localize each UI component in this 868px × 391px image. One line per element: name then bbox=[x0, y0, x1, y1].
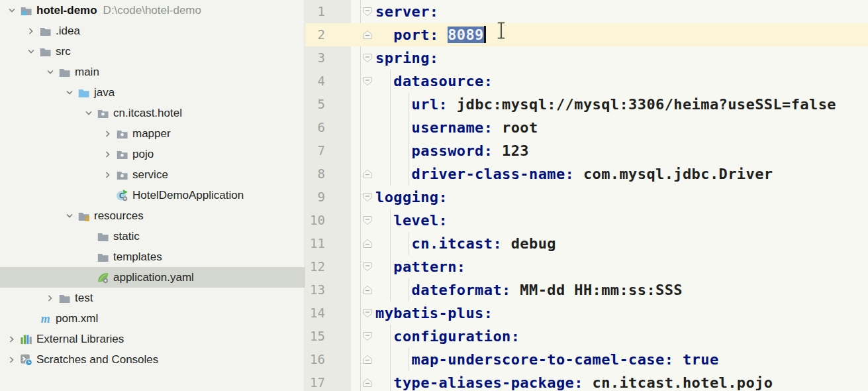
fold-marker-up-icon[interactable] bbox=[363, 169, 372, 179]
tree-item-resources[interactable]: resources bbox=[0, 205, 305, 226]
code-line-7[interactable]: 7 password: 123 bbox=[305, 139, 868, 162]
code-text[interactable]: cn.itcast: debug bbox=[375, 232, 556, 255]
line-number: 12 bbox=[305, 255, 325, 278]
code-line-6[interactable]: 6 username: root bbox=[305, 116, 868, 139]
tree-item-hotel-demo[interactable]: hotel-demoD:\code\hotel-demo bbox=[0, 0, 305, 21]
code-text[interactable]: mybatis-plus: bbox=[375, 302, 493, 325]
code-line-5[interactable]: 5 url: jdbc:mysql://mysql:3306/heima?use… bbox=[305, 93, 868, 116]
code-text[interactable]: type-aliases-package: cn.itcast.hotel.po… bbox=[375, 371, 773, 391]
code-text[interactable]: dateformat: MM-dd HH:mm:ss:SSS bbox=[375, 278, 683, 302]
tree-item-main[interactable]: main bbox=[0, 62, 305, 82]
tree-item-templates[interactable]: templates bbox=[0, 247, 305, 267]
chevron-collapsed-icon[interactable] bbox=[44, 292, 57, 304]
code-line-11[interactable]: 11 cn.itcast: debug bbox=[305, 232, 868, 255]
line-number: 6 bbox=[305, 116, 325, 139]
ide-window: hotel-demoD:\code\hotel-demo.ideasrcmain… bbox=[0, 0, 868, 391]
code-text[interactable]: spring: bbox=[375, 46, 439, 70]
fold-marker-down-icon[interactable] bbox=[363, 215, 372, 225]
chevron-expanded-icon[interactable] bbox=[63, 87, 76, 99]
line-number: 9 bbox=[305, 186, 325, 209]
code-text[interactable]: configuration: bbox=[375, 325, 520, 348]
code-text[interactable]: password: 123 bbox=[375, 139, 529, 162]
code-line-16[interactable]: 16 map-underscore-to-camel-case: true bbox=[305, 348, 868, 371]
fold-marker-down-icon[interactable] bbox=[363, 53, 372, 63]
tree-item-static[interactable]: static bbox=[0, 226, 305, 247]
code-line-13[interactable]: 13 dateformat: MM-dd HH:mm:ss:SSS bbox=[305, 278, 868, 302]
code-line-10[interactable]: 10 level: bbox=[305, 209, 868, 232]
project-folder-icon bbox=[20, 4, 32, 17]
code-text[interactable]: pattern: bbox=[375, 255, 465, 278]
code-line-17[interactable]: 17 type-aliases-package: cn.itcast.hotel… bbox=[305, 371, 868, 391]
code-text[interactable]: driver-class-name: com.mysql.jdbc.Driver bbox=[375, 162, 773, 186]
fold-marker-up-icon[interactable] bbox=[363, 378, 372, 388]
tree-item-pom-xml[interactable]: mpom.xml bbox=[0, 308, 305, 329]
code-text[interactable]: logging: bbox=[375, 186, 448, 209]
code-line-1[interactable]: 1server: bbox=[305, 0, 868, 23]
tree-item-src[interactable]: src bbox=[0, 41, 305, 62]
chevron-collapsed-icon[interactable] bbox=[24, 25, 38, 37]
fold-marker-up-icon[interactable] bbox=[363, 355, 372, 364]
tree-item-mapper[interactable]: mapper bbox=[0, 123, 305, 144]
folder-icon bbox=[97, 230, 109, 243]
code-text[interactable]: datasource: bbox=[375, 70, 493, 93]
tree-item-external-libraries[interactable]: External Libraries bbox=[0, 329, 305, 349]
code-text[interactable]: server: bbox=[375, 0, 439, 23]
tree-item-label: src bbox=[56, 45, 71, 58]
chevron-collapsed-icon[interactable] bbox=[5, 354, 19, 366]
code-line-3[interactable]: 3spring: bbox=[305, 46, 868, 70]
fold-marker-down-icon[interactable] bbox=[363, 192, 372, 202]
tree-item-scratches-and-consoles[interactable]: Scratches and Consoles bbox=[0, 349, 305, 370]
chevron-collapsed-icon[interactable] bbox=[101, 148, 115, 160]
tree-item-java[interactable]: java bbox=[0, 82, 305, 103]
chevron-placeholder bbox=[82, 231, 95, 243]
chevron-collapsed-icon[interactable] bbox=[101, 128, 115, 140]
text-caret bbox=[484, 26, 486, 43]
code-line-15[interactable]: 15 configuration: bbox=[305, 325, 868, 348]
code-line-4[interactable]: 4 datasource: bbox=[305, 70, 868, 93]
chevron-expanded-icon[interactable] bbox=[44, 66, 57, 78]
tree-item-label: java bbox=[94, 86, 115, 99]
tree-item-hoteldemoapplication[interactable]: CHotelDemoApplication bbox=[0, 185, 305, 205]
code-text[interactable]: map-underscore-to-camel-case: true bbox=[375, 348, 719, 371]
code-line-8[interactable]: 8 driver-class-name: com.mysql.jdbc.Driv… bbox=[305, 162, 868, 186]
code-text[interactable]: level: bbox=[375, 209, 448, 232]
editor[interactable]: 1server:2 port: 80893spring:4 datasource… bbox=[305, 0, 868, 391]
fold-marker-up-icon[interactable] bbox=[363, 285, 372, 295]
chevron-placeholder bbox=[82, 272, 95, 284]
chevron-expanded-icon[interactable] bbox=[63, 210, 76, 222]
code-line-14[interactable]: 14mybatis-plus: bbox=[305, 302, 868, 325]
project-tree-panel: hotel-demoD:\code\hotel-demo.ideasrcmain… bbox=[0, 0, 305, 391]
fold-marker-down-icon[interactable] bbox=[363, 331, 372, 341]
folder-icon bbox=[58, 66, 71, 78]
tree-item-label: pojo bbox=[132, 148, 154, 161]
code-text[interactable]: url: jdbc:mysql://mysql:3306/heima?useSS… bbox=[375, 93, 836, 116]
chevron-expanded-icon[interactable] bbox=[24, 46, 38, 58]
fold-marker-down-icon[interactable] bbox=[363, 308, 372, 318]
tree-item-test[interactable]: test bbox=[0, 288, 305, 308]
fold-marker-down-icon[interactable] bbox=[363, 262, 372, 272]
tree-item-application-yaml[interactable]: application.yaml bbox=[0, 267, 305, 288]
chevron-expanded-icon[interactable] bbox=[82, 107, 95, 119]
tree-item-label: pom.xml bbox=[56, 312, 98, 325]
maven-icon: m bbox=[39, 312, 52, 325]
tree-item--idea[interactable]: .idea bbox=[0, 21, 305, 41]
code-line-12[interactable]: 12 pattern: bbox=[305, 255, 868, 278]
chevron-expanded-icon[interactable] bbox=[5, 5, 19, 17]
fold-marker-up-icon[interactable] bbox=[363, 30, 372, 40]
code-line-9[interactable]: 9logging: bbox=[305, 186, 868, 209]
tree-item-label: Scratches and Consoles bbox=[36, 353, 158, 366]
code-line-2[interactable]: 2 port: 8089 bbox=[305, 23, 868, 46]
tree-item-cn-itcast-hotel[interactable]: cn.itcast.hotel bbox=[0, 103, 305, 123]
chevron-collapsed-icon[interactable] bbox=[101, 169, 115, 181]
tree-item-label: cn.itcast.hotel bbox=[113, 107, 182, 120]
code-text[interactable]: username: root bbox=[375, 116, 538, 139]
mouse-cursor-ibeam bbox=[496, 21, 506, 40]
chevron-collapsed-icon[interactable] bbox=[5, 333, 19, 345]
fold-marker-down-icon[interactable] bbox=[363, 76, 372, 86]
fold-marker-up-icon[interactable] bbox=[363, 239, 372, 249]
code-text[interactable]: port: 8089 bbox=[375, 23, 486, 46]
tree-item-pojo[interactable]: pojo bbox=[0, 144, 305, 164]
fold-marker-down-icon[interactable] bbox=[363, 7, 372, 17]
package-icon bbox=[97, 107, 109, 119]
tree-item-service[interactable]: service bbox=[0, 164, 305, 185]
